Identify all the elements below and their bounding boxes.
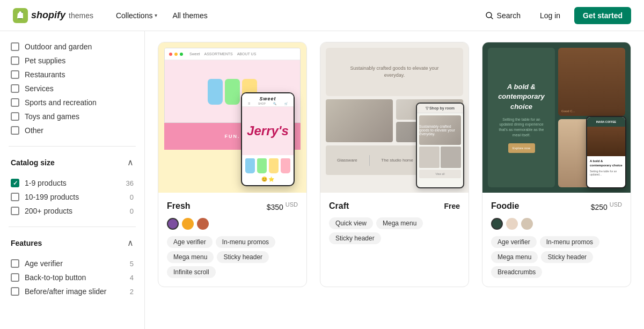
theme-card-fresh: Sweet ASSORTMENTS ABOUT US (158, 42, 307, 287)
theme-price-foodie: $250 USD (591, 201, 622, 211)
logo[interactable]: shopify themes (13, 8, 93, 23)
theme-card-foodie: A bold & contemporary choice Setting the… (482, 42, 631, 287)
tag-age-verifier-foodie: Age verifier (491, 236, 537, 248)
filter-divider-2 (9, 226, 136, 227)
page-layout: Outdoor and garden Pet supplies Restaura… (0, 31, 644, 329)
swatch-fresh-brown[interactable] (197, 218, 209, 230)
swatch-foodie-green[interactable] (491, 218, 503, 230)
tag-mega-menu-foodie: Mega menu (491, 251, 538, 263)
tag-sticky-header-foodie: Sticky header (541, 251, 593, 263)
catalog-size-group: Catalog size ∧ 1-9 products 36 10-199 pr… (9, 153, 136, 218)
filter-10-199-products[interactable]: 10-199 products 0 (9, 190, 136, 204)
feature-tags-fresh: Age verifier In-menu promos Mega menu St… (167, 236, 298, 278)
feature-tags-craft: Quick view Mega menu Sticky header (329, 217, 460, 244)
filter-1-9-products[interactable]: 1-9 products 36 (9, 176, 136, 190)
category-filter-group: Outdoor and garden Pet supplies Restaura… (9, 40, 136, 137)
swatch-foodie-tan[interactable] (521, 218, 533, 230)
filter-age-verifier[interactable]: Age verifier 5 (9, 257, 136, 270)
checkbox-200-plus-products[interactable] (11, 207, 19, 215)
swatch-fresh-orange[interactable] (182, 218, 194, 230)
swatch-foodie-cream[interactable] (506, 218, 518, 230)
shopify-logo-icon (13, 8, 28, 23)
theme-preview-fresh[interactable]: Sweet ASSORTMENTS ABOUT US (158, 42, 306, 193)
checkbox-back-to-top[interactable] (11, 273, 19, 282)
filter-pet-supplies[interactable]: Pet supplies (9, 54, 136, 68)
theme-price-craft: Free (444, 202, 460, 210)
checkbox-toys-games[interactable] (11, 112, 19, 121)
theme-card-info-foodie: Foodie $250 USD Age verifier In-menu pr (482, 193, 631, 287)
get-started-button[interactable]: Get started (574, 7, 631, 24)
theme-card-info-craft: Craft Free Quick view Mega menu Sticky h… (320, 193, 469, 253)
filter-sports-recreation[interactable]: Sports and recreation (9, 96, 136, 109)
tag-quick-view-craft: Quick view (329, 217, 373, 229)
theme-title-row-fresh: Fresh $350 USD (167, 201, 298, 211)
sidebar: Outdoor and garden Pet supplies Restaura… (0, 31, 145, 329)
filter-200-plus-products[interactable]: 200+ products 0 (9, 204, 136, 218)
checkbox-restaurants[interactable] (11, 70, 19, 79)
catalog-size-toggle[interactable]: ∧ (127, 157, 134, 167)
theme-title-row-foodie: Foodie $250 USD (491, 201, 622, 211)
theme-card-info-fresh: Fresh $350 USD Age verifier In-menu pro (158, 193, 306, 287)
themes-grid: Sweet ASSORTMENTS ABOUT US (158, 42, 631, 287)
swatch-fresh-purple[interactable] (167, 218, 179, 230)
color-swatches-foodie (491, 218, 622, 230)
header-right: Search Log in Get started (480, 7, 631, 24)
filter-services[interactable]: Services (9, 82, 136, 96)
tag-sticky-header-craft: Sticky header (329, 232, 381, 244)
theme-card-craft: Sustainably crafted goods to elevate you… (320, 42, 469, 287)
logo-sub-text: themes (69, 11, 93, 20)
filter-divider-1 (9, 146, 136, 147)
svg-line-2 (491, 17, 493, 19)
filter-back-to-top[interactable]: Back-to-top button 4 (9, 270, 136, 284)
filter-other[interactable]: Other (9, 123, 136, 137)
chevron-down-icon: ▾ (155, 12, 157, 18)
login-button[interactable]: Log in (535, 8, 566, 23)
checkbox-before-after-slider[interactable] (11, 287, 19, 296)
main-nav: Collections ▾ All themes (111, 8, 213, 23)
theme-price-fresh: $350 USD (267, 201, 298, 211)
checkbox-outdoor-garden[interactable] (11, 42, 19, 51)
nav-collections[interactable]: Collections ▾ (111, 8, 163, 23)
tag-sticky-header-fresh: Sticky header (217, 251, 269, 263)
logo-text: shopify (31, 10, 65, 21)
checkbox-sports-recreation[interactable] (11, 98, 19, 107)
header: shopify themes Collections ▾ All themes … (0, 0, 644, 31)
tag-breadcrumbs-foodie: Breadcrumbs (491, 266, 542, 278)
nav-all-themes[interactable]: All themes (167, 8, 213, 23)
theme-name-foodie: Foodie (491, 201, 519, 211)
theme-name-craft: Craft (329, 201, 349, 211)
tag-in-menu-promos-foodie: In-menu promos (540, 236, 599, 248)
tag-age-verifier-fresh: Age verifier (167, 236, 213, 248)
filter-restaurants[interactable]: Restaurants (9, 68, 136, 82)
tag-mega-menu-fresh: Mega menu (167, 251, 214, 263)
checkbox-services[interactable] (11, 84, 19, 93)
features-header: Features ∧ (9, 233, 136, 252)
checkbox-pet-supplies[interactable] (11, 56, 19, 65)
search-button[interactable]: Search (480, 8, 526, 23)
search-icon (485, 11, 494, 20)
theme-title-row-craft: Craft Free (329, 201, 460, 211)
checkbox-10-199-products[interactable] (11, 193, 19, 201)
features-group: Features ∧ Age verifier 5 Back-to-top bu… (9, 233, 136, 298)
main-content: Sweet ASSORTMENTS ABOUT US (145, 31, 644, 329)
theme-name-fresh: Fresh (167, 201, 191, 211)
catalog-size-header: Catalog size ∧ (9, 153, 136, 172)
features-toggle[interactable]: ∧ (127, 238, 134, 248)
checkbox-1-9-products[interactable] (11, 179, 19, 187)
checkbox-other[interactable] (11, 126, 19, 135)
tag-infinite-scroll-fresh: Infinite scroll (167, 266, 216, 278)
filter-outdoor-garden[interactable]: Outdoor and garden (9, 40, 136, 54)
tag-mega-menu-craft: Mega menu (376, 217, 423, 229)
feature-tags-foodie: Age verifier In-menu promos Mega menu St… (491, 236, 622, 278)
filter-before-after-slider[interactable]: Before/after image slider 2 (9, 284, 136, 298)
filter-toys-games[interactable]: Toys and games (9, 109, 136, 123)
tag-in-menu-promos-fresh: In-menu promos (216, 236, 275, 248)
color-swatches-fresh (167, 218, 298, 230)
theme-preview-foodie[interactable]: A bold & contemporary choice Setting the… (482, 42, 631, 193)
checkbox-age-verifier[interactable] (11, 259, 19, 268)
theme-preview-craft[interactable]: Sustainably crafted goods to elevate you… (320, 42, 469, 193)
